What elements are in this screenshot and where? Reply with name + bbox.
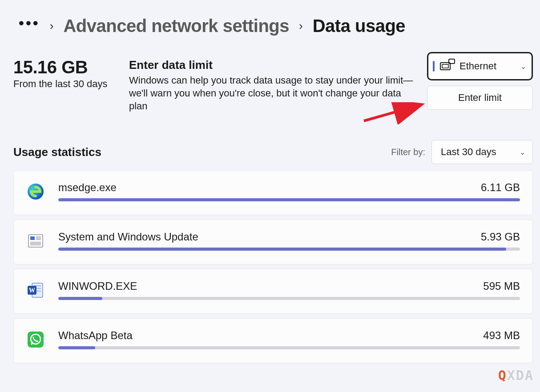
limit-description: Windows can help you track data usage to… (129, 74, 414, 112)
usage-bar (58, 346, 520, 349)
ethernet-icon (440, 59, 455, 74)
usage-bar-fill (58, 198, 520, 201)
list-item: msedge.exe 6.11 GB (13, 170, 533, 215)
limit-heading: Enter data limit (129, 58, 414, 72)
app-size: 595 MB (483, 280, 520, 292)
usage-statistics-header: Usage statistics Filter by: Last 30 days… (0, 112, 540, 170)
usage-bar (58, 198, 520, 201)
watermark-rest: XDA (507, 368, 534, 383)
enter-limit-label: Enter limit (458, 92, 502, 104)
total-usage-period: From the last 30 days (13, 78, 116, 90)
breadcrumb: ••• › Advanced network settings › Data u… (0, 0, 540, 45)
whatsapp-icon (26, 330, 45, 349)
chevron-down-icon: ⌄ (520, 148, 525, 156)
usage-statistics-title: Usage statistics (13, 145, 391, 159)
page-title: Data usage (313, 16, 405, 36)
chevron-down-icon: ⌄ (520, 62, 526, 71)
word-icon: W (26, 281, 45, 300)
chevron-right-icon: › (299, 19, 303, 33)
filter-dropdown[interactable]: Last 30 days ⌄ (431, 140, 533, 164)
usage-bar (58, 297, 520, 300)
app-name: WINWORD.EXE (58, 280, 483, 292)
filter-value: Last 30 days (441, 146, 516, 158)
usage-list: msedge.exe 6.11 GB System and Windows Up… (0, 170, 540, 363)
dropdown-accent (433, 61, 435, 72)
summary-row: 15.16 GB From the last 30 days Enter dat… (0, 45, 540, 112)
edge-icon (26, 182, 45, 201)
watermark-q: Q (498, 368, 507, 383)
app-name: WhatsApp Beta (58, 329, 483, 342)
usage-bar-fill (58, 346, 95, 349)
app-size: 5.93 GB (481, 231, 520, 243)
watermark: QXDA (498, 368, 534, 383)
svg-rect-7 (30, 236, 35, 240)
svg-rect-1 (442, 64, 448, 68)
list-item: W WINWORD.EXE 595 MB (13, 269, 533, 314)
usage-bar-fill (58, 248, 506, 251)
network-adapter-dropdown[interactable]: Ethernet ⌄ (427, 52, 533, 80)
windows-update-icon (26, 232, 45, 250)
app-name: System and Windows Update (58, 231, 481, 243)
enter-limit-button[interactable]: Enter limit (427, 86, 533, 110)
list-item: WhatsApp Beta 493 MB (13, 318, 533, 363)
app-name: msedge.exe (58, 181, 481, 194)
adapter-label: Ethernet (459, 60, 517, 72)
total-usage: 15.16 GB From the last 30 days (13, 57, 116, 112)
breadcrumb-more-icon[interactable]: ••• (19, 20, 40, 32)
usage-bar-fill (58, 297, 102, 300)
chevron-right-icon: › (50, 19, 54, 33)
breadcrumb-prev[interactable]: Advanced network settings (63, 16, 289, 36)
total-usage-amount: 15.16 GB (13, 57, 116, 77)
list-item: System and Windows Update 5.93 GB (13, 220, 533, 264)
app-size: 6.11 GB (481, 181, 520, 194)
filter-by-label: Filter by: (391, 147, 425, 157)
svg-text:W: W (29, 287, 35, 294)
data-limit-info: Enter data limit Windows can help you tr… (129, 57, 414, 112)
usage-bar (58, 248, 520, 251)
app-size: 493 MB (483, 329, 520, 342)
